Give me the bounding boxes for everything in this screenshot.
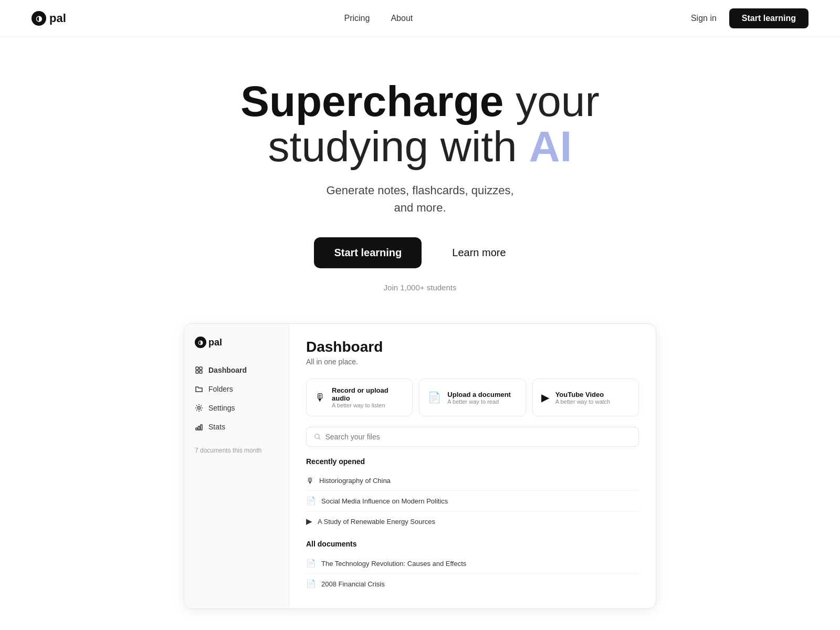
logo[interactable]: ◑ pal xyxy=(32,11,66,26)
search-input[interactable] xyxy=(326,433,632,441)
recent-file-1-name: Social Media Influence on Modern Politic… xyxy=(321,497,448,505)
nav-right: Sign in Start learning xyxy=(691,8,808,28)
logo-icon: ◑ xyxy=(32,11,46,26)
sidebar-logo-text: pal xyxy=(208,337,222,348)
svg-rect-1 xyxy=(200,367,202,370)
sidebar-logo: ◑ pal xyxy=(184,337,289,361)
search-bar[interactable] xyxy=(306,427,639,447)
audio-icon: 🎙 xyxy=(315,392,326,404)
sidebar-stats-label: Stats xyxy=(208,423,225,431)
document-icon: 📄 xyxy=(428,391,441,404)
sidebar-settings-label: Settings xyxy=(208,404,235,412)
logo-text: pal xyxy=(49,12,66,25)
all-documents-label: All documents xyxy=(306,540,639,548)
doc-0[interactable]: 📄 The Technology Revolution: Causes and … xyxy=(306,553,639,574)
sidebar-dashboard-label: Dashboard xyxy=(208,366,247,374)
hero-buttons: Start learning Learn more xyxy=(10,237,830,268)
nav-about[interactable]: About xyxy=(391,14,413,23)
hero-start-learning-button[interactable]: Start learning xyxy=(314,237,422,268)
svg-rect-2 xyxy=(196,371,198,373)
recent-file-2-icon: ▶ xyxy=(306,517,312,526)
upload-cards: 🎙 Record or upload audio A better way to… xyxy=(306,379,639,416)
all-documents-list: 📄 The Technology Revolution: Causes and … xyxy=(306,553,639,594)
upload-card-audio-sub: A better way to listen xyxy=(332,402,404,408)
sidebar-item-stats[interactable]: Stats xyxy=(184,417,289,436)
doc-1-name: 2008 Financial Crisis xyxy=(321,580,385,588)
upload-card-audio-text: Record or upload audio A better way to l… xyxy=(332,386,404,408)
folders-icon xyxy=(195,385,203,393)
recent-file-0[interactable]: 🎙 Historiography of China xyxy=(306,471,639,491)
dashboard-title: Dashboard xyxy=(306,339,639,355)
dashboard-preview: ◑ pal Dashboard Folders Settings Stats xyxy=(184,323,656,609)
upload-card-document-text: Upload a document A better way to read xyxy=(447,391,511,405)
sidebar-folders-label: Folders xyxy=(208,385,233,393)
hero-title: Supercharge yourstudying with AI xyxy=(184,79,656,169)
signin-link[interactable]: Sign in xyxy=(691,14,717,23)
upload-card-audio-label: Record or upload audio xyxy=(332,386,404,402)
doc-1-icon: 📄 xyxy=(306,579,316,589)
upload-card-youtube[interactable]: ▶ YouTube Video A better way to watch xyxy=(532,379,639,416)
dashboard-sidebar: ◑ pal Dashboard Folders Settings Stats xyxy=(184,324,289,608)
recent-file-2[interactable]: ▶ A Study of Renewable Energy Sources xyxy=(306,511,639,531)
doc-0-icon: 📄 xyxy=(306,559,316,568)
sidebar-item-dashboard[interactable]: Dashboard xyxy=(184,361,289,380)
recent-file-1[interactable]: 📄 Social Media Influence on Modern Polit… xyxy=(306,491,639,511)
nav-pricing[interactable]: Pricing xyxy=(344,14,370,23)
dashboard-inner: ◑ pal Dashboard Folders Settings Stats xyxy=(184,324,656,608)
stats-icon xyxy=(195,423,203,431)
recent-file-0-icon: 🎙 xyxy=(306,476,314,485)
upload-card-document-sub: A better way to read xyxy=(447,398,511,405)
settings-icon xyxy=(195,404,203,412)
nav-cta-button[interactable]: Start learning xyxy=(729,8,808,28)
dashboard-icon xyxy=(195,366,203,374)
dashboard-main: Dashboard All in one place. 🎙 Record or … xyxy=(289,324,656,608)
upload-card-youtube-sub: A better way to watch xyxy=(555,398,611,405)
recent-file-1-icon: 📄 xyxy=(306,496,316,506)
recently-opened-label: Recently opened xyxy=(306,457,639,466)
hero-section: Supercharge yourstudying with AI Generat… xyxy=(0,37,840,323)
upload-card-document[interactable]: 📄 Upload a document A better way to read xyxy=(419,379,526,416)
hero-learn-more-button[interactable]: Learn more xyxy=(432,237,526,268)
sidebar-logo-icon: ◑ xyxy=(195,337,206,348)
youtube-icon: ▶ xyxy=(541,391,549,404)
hero-subtitle: Generate notes, flashcards, quizzes, and… xyxy=(10,182,830,216)
recent-files-list: 🎙 Historiography of China 📄 Social Media… xyxy=(306,471,639,531)
svg-rect-3 xyxy=(200,371,202,373)
hero-title-bold: Supercharge xyxy=(240,77,503,125)
upload-card-youtube-label: YouTube Video xyxy=(555,391,611,398)
svg-point-8 xyxy=(315,434,319,438)
svg-rect-7 xyxy=(201,425,202,430)
hero-title-ai: AI xyxy=(529,122,572,170)
sidebar-footer: 7 documents this month xyxy=(184,436,289,465)
svg-rect-6 xyxy=(198,426,200,430)
doc-1[interactable]: 📄 2008 Financial Crisis xyxy=(306,574,639,594)
nav-links: Pricing About xyxy=(344,14,413,23)
svg-point-4 xyxy=(198,407,201,410)
upload-card-youtube-text: YouTube Video A better way to watch xyxy=(555,391,611,405)
svg-rect-0 xyxy=(196,367,198,370)
sidebar-item-folders[interactable]: Folders xyxy=(184,380,289,398)
recent-file-0-name: Historiography of China xyxy=(319,477,391,485)
search-icon xyxy=(314,433,321,440)
sidebar-item-settings[interactable]: Settings xyxy=(184,398,289,417)
hero-social-proof: Join 1,000+ students xyxy=(10,283,830,292)
dashboard-subtitle: All in one place. xyxy=(306,358,639,366)
recent-file-2-name: A Study of Renewable Energy Sources xyxy=(318,518,435,526)
doc-0-name: The Technology Revolution: Causes and Ef… xyxy=(321,560,466,568)
upload-card-document-label: Upload a document xyxy=(447,391,511,398)
svg-rect-5 xyxy=(196,428,197,430)
navbar: ◑ pal Pricing About Sign in Start learni… xyxy=(0,0,840,37)
upload-card-audio[interactable]: 🎙 Record or upload audio A better way to… xyxy=(306,379,413,416)
